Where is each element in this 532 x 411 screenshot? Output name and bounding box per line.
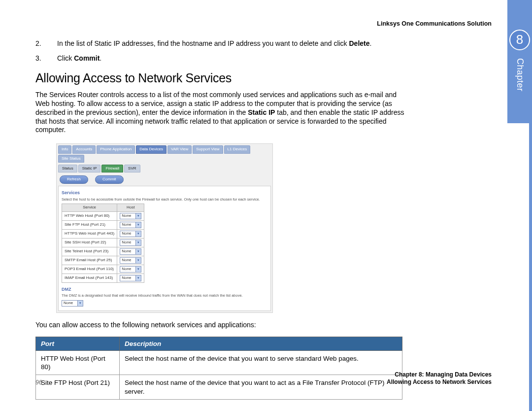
accent-strip — [529, 123, 532, 411]
sub-tab-status[interactable]: Status — [58, 165, 77, 172]
chapter-label: Chapter — [514, 58, 525, 92]
sub-tab-row: StatusStatic IPFirewallSVR — [57, 163, 272, 172]
top-tab-info[interactable]: Info — [58, 145, 71, 153]
action-button-row: Refresh Commit — [57, 172, 272, 186]
host-value: None — [122, 258, 131, 263]
host-cell: None▾ — [117, 220, 144, 229]
host-cell: None▾ — [117, 256, 144, 265]
service-row: HTTP Web Host (Port 80)None▾ — [62, 211, 144, 220]
dmz-value: None — [64, 301, 73, 306]
th-description: Description — [120, 337, 402, 350]
host-select[interactable]: None▾ — [120, 266, 141, 273]
services-table: Service Host HTTP Web Host (Port 80)None… — [62, 204, 144, 282]
footer-right: Chapter 8: Managing Data Devices Allowin… — [387, 371, 492, 386]
service-row: SMTP Email Host (Port 25)None▾ — [62, 256, 144, 265]
service-row: POP3 Email Host (Port 110)None▾ — [62, 265, 144, 274]
step-number: 2. — [46, 39, 57, 48]
host-cell: None▾ — [117, 238, 144, 247]
sub-tab-firewall[interactable]: Firewall — [101, 165, 123, 172]
th-port: Port — [36, 337, 120, 350]
service-name: IMAP Email Host (Port 143) — [62, 274, 117, 282]
chevron-down-icon: ▾ — [135, 275, 141, 281]
service-row: HTTPS Web Host (Port 443)None▾ — [62, 229, 144, 238]
step-3: 3.Click Commit. — [46, 54, 405, 63]
service-name: Site Telnet Host (Port 23) — [62, 247, 117, 256]
chevron-down-icon: ▾ — [135, 267, 141, 272]
host-value: None — [122, 231, 131, 236]
top-tab-data-devices[interactable]: Data Devices — [136, 145, 166, 153]
service-row: IMAP Email Host (Port 143)None▾ — [62, 274, 144, 282]
services-heading: Services — [62, 190, 267, 196]
header-brand: Linksys One Communications Solution — [377, 20, 492, 28]
chevron-down-icon: ▾ — [77, 301, 83, 306]
chevron-down-icon: ▾ — [135, 222, 141, 228]
col-host: Host — [117, 204, 144, 211]
chevron-down-icon: ▾ — [135, 213, 141, 219]
dmz-note: The DMZ is a designated host that will r… — [62, 293, 267, 298]
para-bold: Static IP — [248, 108, 275, 116]
service-name: HTTP Web Host (Port 80) — [62, 211, 117, 220]
host-cell: None▾ — [117, 247, 144, 256]
host-select[interactable]: None▾ — [120, 231, 141, 237]
top-tab-l1-devices[interactable]: L1 Devices — [224, 145, 251, 153]
step-tail: . — [370, 39, 372, 47]
chapter-number-badge: 8 — [509, 30, 530, 50]
sub-tab-static-ip[interactable]: Static IP — [78, 165, 101, 172]
commit-button[interactable]: Commit — [95, 175, 124, 184]
chevron-down-icon: ▾ — [135, 249, 141, 254]
dmz-select[interactable]: None ▾ — [62, 300, 83, 307]
host-value: None — [122, 275, 131, 280]
lead-text: You can allow access to the following ne… — [35, 321, 405, 330]
host-value: None — [122, 222, 131, 227]
host-select[interactable]: None▾ — [120, 213, 141, 219]
chapter-tab: 8 Chapter — [507, 0, 532, 123]
steps-list: 2.In the list of Static IP addresses, fi… — [35, 39, 405, 63]
page-content: 2.In the list of Static IP addresses, fi… — [35, 39, 405, 400]
intro-paragraph: The Services Router controls access to a… — [35, 91, 405, 135]
host-select[interactable]: None▾ — [120, 275, 141, 281]
services-note: Select the host to be accessible from ou… — [62, 197, 267, 202]
top-tab-accounts[interactable]: Accounts — [72, 145, 96, 153]
host-select[interactable]: None▾ — [120, 240, 141, 246]
host-value: None — [122, 249, 131, 254]
step-text: In the list of Static IP addresses, find… — [57, 39, 349, 47]
top-tab-site-status[interactable]: Site Status — [58, 155, 84, 163]
service-name: SMTP Email Host (Port 25) — [62, 256, 117, 265]
chevron-down-icon: ▾ — [135, 258, 141, 263]
dmz-heading: DMZ — [62, 287, 267, 293]
service-name: Site SSH Host (Port 22) — [62, 238, 117, 247]
host-select[interactable]: None▾ — [120, 248, 141, 255]
sub-tab-svr[interactable]: SVR — [124, 165, 140, 172]
port-description-table: Port Description HTTP Web Host (Port 80)… — [35, 337, 402, 400]
service-row: Site FTP Host (Port 21)None▾ — [62, 220, 144, 229]
host-cell: None▾ — [117, 211, 144, 220]
app-body: Services Select the host to be accessibl… — [58, 186, 271, 310]
top-tab-phone-application[interactable]: Phone Application — [97, 145, 135, 153]
host-value: None — [122, 213, 131, 218]
footer-section: Allowing Access to Network Services — [387, 378, 492, 386]
host-cell: None▾ — [117, 265, 144, 274]
step-bold: Commit — [74, 54, 100, 62]
host-select[interactable]: None▾ — [120, 257, 141, 264]
host-value: None — [122, 240, 131, 245]
service-row: Site Telnet Host (Port 23)None▾ — [62, 247, 144, 256]
service-row: Site SSH Host (Port 22)None▾ — [62, 238, 144, 247]
host-select[interactable]: None▾ — [120, 222, 141, 228]
chevron-down-icon: ▾ — [135, 231, 141, 237]
service-name: Site FTP Host (Port 21) — [62, 220, 117, 229]
top-tab-support-view[interactable]: Support View — [193, 145, 223, 153]
chevron-down-icon: ▾ — [135, 240, 141, 245]
step-bold: Delete — [349, 39, 370, 47]
step-text: Click — [57, 54, 74, 62]
footer-chapter: Chapter 8: Managing Data Devices — [387, 371, 492, 379]
embedded-app-screenshot: InfoAccountsPhone ApplicationData Device… — [56, 143, 273, 312]
step-number: 3. — [46, 54, 57, 63]
page-number: 96 — [35, 379, 42, 386]
page-footer: 96 Chapter 8: Managing Data Devices Allo… — [35, 371, 492, 386]
host-value: None — [122, 267, 131, 272]
step-tail: . — [100, 54, 101, 62]
refresh-button[interactable]: Refresh — [60, 175, 88, 184]
top-tab-var-view[interactable]: VAR View — [167, 145, 192, 153]
section-heading: Allowing Access to Network Services — [35, 70, 405, 86]
col-service: Service — [62, 204, 117, 211]
